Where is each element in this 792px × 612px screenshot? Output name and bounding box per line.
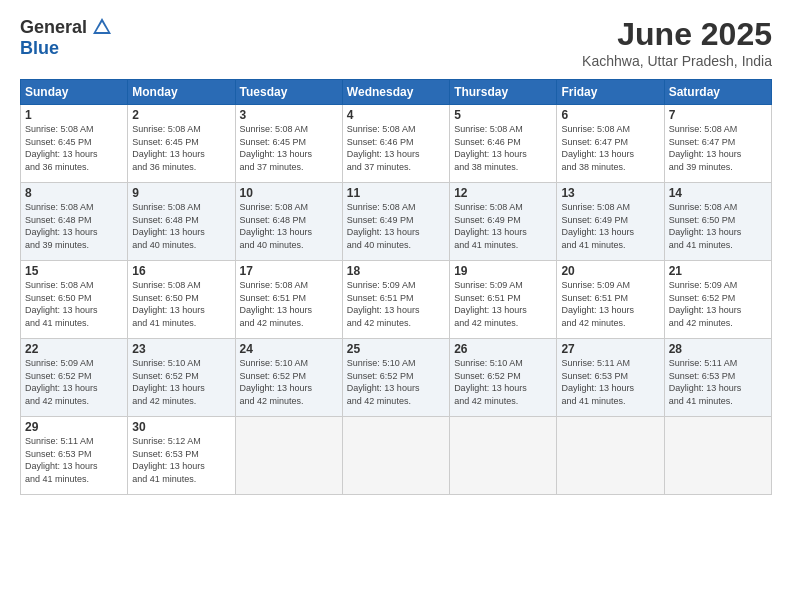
table-row: 17Sunrise: 5:08 AMSunset: 6:51 PMDayligh… <box>235 261 342 339</box>
table-row <box>557 417 664 495</box>
day-info: Sunrise: 5:08 AMSunset: 6:50 PMDaylight:… <box>132 279 230 329</box>
day-info: Sunrise: 5:09 AMSunset: 6:51 PMDaylight:… <box>454 279 552 329</box>
table-row: 6Sunrise: 5:08 AMSunset: 6:47 PMDaylight… <box>557 105 664 183</box>
table-row: 12Sunrise: 5:08 AMSunset: 6:49 PMDayligh… <box>450 183 557 261</box>
table-row: 3Sunrise: 5:08 AMSunset: 6:45 PMDaylight… <box>235 105 342 183</box>
calendar-week-4: 22Sunrise: 5:09 AMSunset: 6:52 PMDayligh… <box>21 339 772 417</box>
table-row: 26Sunrise: 5:10 AMSunset: 6:52 PMDayligh… <box>450 339 557 417</box>
logo: General Blue <box>20 16 113 59</box>
day-number: 10 <box>240 186 338 200</box>
logo-icon <box>91 16 113 38</box>
table-row: 23Sunrise: 5:10 AMSunset: 6:52 PMDayligh… <box>128 339 235 417</box>
table-row: 16Sunrise: 5:08 AMSunset: 6:50 PMDayligh… <box>128 261 235 339</box>
table-row: 13Sunrise: 5:08 AMSunset: 6:49 PMDayligh… <box>557 183 664 261</box>
table-row: 24Sunrise: 5:10 AMSunset: 6:52 PMDayligh… <box>235 339 342 417</box>
day-number: 9 <box>132 186 230 200</box>
col-thursday: Thursday <box>450 80 557 105</box>
day-number: 13 <box>561 186 659 200</box>
day-info: Sunrise: 5:08 AMSunset: 6:45 PMDaylight:… <box>25 123 123 173</box>
day-info: Sunrise: 5:08 AMSunset: 6:48 PMDaylight:… <box>132 201 230 251</box>
table-row: 10Sunrise: 5:08 AMSunset: 6:48 PMDayligh… <box>235 183 342 261</box>
day-info: Sunrise: 5:08 AMSunset: 6:46 PMDaylight:… <box>454 123 552 173</box>
day-number: 6 <box>561 108 659 122</box>
day-info: Sunrise: 5:10 AMSunset: 6:52 PMDaylight:… <box>240 357 338 407</box>
table-row <box>342 417 449 495</box>
day-number: 15 <box>25 264 123 278</box>
day-number: 26 <box>454 342 552 356</box>
col-saturday: Saturday <box>664 80 771 105</box>
day-info: Sunrise: 5:08 AMSunset: 6:48 PMDaylight:… <box>25 201 123 251</box>
table-row: 1Sunrise: 5:08 AMSunset: 6:45 PMDaylight… <box>21 105 128 183</box>
table-row <box>235 417 342 495</box>
table-row: 29Sunrise: 5:11 AMSunset: 6:53 PMDayligh… <box>21 417 128 495</box>
table-row: 2Sunrise: 5:08 AMSunset: 6:45 PMDaylight… <box>128 105 235 183</box>
day-info: Sunrise: 5:08 AMSunset: 6:47 PMDaylight:… <box>669 123 767 173</box>
day-info: Sunrise: 5:08 AMSunset: 6:50 PMDaylight:… <box>669 201 767 251</box>
table-row: 5Sunrise: 5:08 AMSunset: 6:46 PMDaylight… <box>450 105 557 183</box>
col-monday: Monday <box>128 80 235 105</box>
table-row: 7Sunrise: 5:08 AMSunset: 6:47 PMDaylight… <box>664 105 771 183</box>
day-number: 14 <box>669 186 767 200</box>
col-friday: Friday <box>557 80 664 105</box>
day-info: Sunrise: 5:09 AMSunset: 6:51 PMDaylight:… <box>347 279 445 329</box>
calendar-table: Sunday Monday Tuesday Wednesday Thursday… <box>20 79 772 495</box>
day-number: 1 <box>25 108 123 122</box>
day-info: Sunrise: 5:08 AMSunset: 6:45 PMDaylight:… <box>240 123 338 173</box>
day-number: 24 <box>240 342 338 356</box>
location: Kachhwa, Uttar Pradesh, India <box>582 53 772 69</box>
table-row: 4Sunrise: 5:08 AMSunset: 6:46 PMDaylight… <box>342 105 449 183</box>
day-info: Sunrise: 5:10 AMSunset: 6:52 PMDaylight:… <box>347 357 445 407</box>
day-number: 16 <box>132 264 230 278</box>
day-number: 5 <box>454 108 552 122</box>
day-number: 3 <box>240 108 338 122</box>
col-sunday: Sunday <box>21 80 128 105</box>
table-row: 28Sunrise: 5:11 AMSunset: 6:53 PMDayligh… <box>664 339 771 417</box>
table-row: 20Sunrise: 5:09 AMSunset: 6:51 PMDayligh… <box>557 261 664 339</box>
day-info: Sunrise: 5:08 AMSunset: 6:50 PMDaylight:… <box>25 279 123 329</box>
table-row: 14Sunrise: 5:08 AMSunset: 6:50 PMDayligh… <box>664 183 771 261</box>
day-info: Sunrise: 5:09 AMSunset: 6:52 PMDaylight:… <box>25 357 123 407</box>
logo-blue-text: Blue <box>20 38 59 59</box>
day-info: Sunrise: 5:09 AMSunset: 6:52 PMDaylight:… <box>669 279 767 329</box>
day-number: 29 <box>25 420 123 434</box>
day-number: 25 <box>347 342 445 356</box>
title-section: June 2025 Kachhwa, Uttar Pradesh, India <box>582 16 772 69</box>
day-info: Sunrise: 5:08 AMSunset: 6:46 PMDaylight:… <box>347 123 445 173</box>
day-number: 30 <box>132 420 230 434</box>
day-info: Sunrise: 5:10 AMSunset: 6:52 PMDaylight:… <box>454 357 552 407</box>
day-number: 18 <box>347 264 445 278</box>
day-info: Sunrise: 5:08 AMSunset: 6:45 PMDaylight:… <box>132 123 230 173</box>
day-number: 12 <box>454 186 552 200</box>
calendar-week-2: 8Sunrise: 5:08 AMSunset: 6:48 PMDaylight… <box>21 183 772 261</box>
table-row: 15Sunrise: 5:08 AMSunset: 6:50 PMDayligh… <box>21 261 128 339</box>
table-row: 30Sunrise: 5:12 AMSunset: 6:53 PMDayligh… <box>128 417 235 495</box>
day-number: 17 <box>240 264 338 278</box>
logo-general-text: General <box>20 17 87 38</box>
table-row: 8Sunrise: 5:08 AMSunset: 6:48 PMDaylight… <box>21 183 128 261</box>
table-row: 19Sunrise: 5:09 AMSunset: 6:51 PMDayligh… <box>450 261 557 339</box>
table-row: 21Sunrise: 5:09 AMSunset: 6:52 PMDayligh… <box>664 261 771 339</box>
table-row: 27Sunrise: 5:11 AMSunset: 6:53 PMDayligh… <box>557 339 664 417</box>
day-info: Sunrise: 5:11 AMSunset: 6:53 PMDaylight:… <box>561 357 659 407</box>
calendar-week-3: 15Sunrise: 5:08 AMSunset: 6:50 PMDayligh… <box>21 261 772 339</box>
calendar-week-5: 29Sunrise: 5:11 AMSunset: 6:53 PMDayligh… <box>21 417 772 495</box>
month-year: June 2025 <box>582 16 772 53</box>
day-number: 27 <box>561 342 659 356</box>
calendar-week-1: 1Sunrise: 5:08 AMSunset: 6:45 PMDaylight… <box>21 105 772 183</box>
col-wednesday: Wednesday <box>342 80 449 105</box>
table-row: 25Sunrise: 5:10 AMSunset: 6:52 PMDayligh… <box>342 339 449 417</box>
day-number: 21 <box>669 264 767 278</box>
day-number: 28 <box>669 342 767 356</box>
day-info: Sunrise: 5:10 AMSunset: 6:52 PMDaylight:… <box>132 357 230 407</box>
day-number: 23 <box>132 342 230 356</box>
day-info: Sunrise: 5:08 AMSunset: 6:51 PMDaylight:… <box>240 279 338 329</box>
table-row: 9Sunrise: 5:08 AMSunset: 6:48 PMDaylight… <box>128 183 235 261</box>
day-info: Sunrise: 5:08 AMSunset: 6:49 PMDaylight:… <box>561 201 659 251</box>
table-row: 22Sunrise: 5:09 AMSunset: 6:52 PMDayligh… <box>21 339 128 417</box>
day-number: 22 <box>25 342 123 356</box>
col-tuesday: Tuesday <box>235 80 342 105</box>
table-row <box>664 417 771 495</box>
table-row <box>450 417 557 495</box>
table-row: 11Sunrise: 5:08 AMSunset: 6:49 PMDayligh… <box>342 183 449 261</box>
day-number: 20 <box>561 264 659 278</box>
